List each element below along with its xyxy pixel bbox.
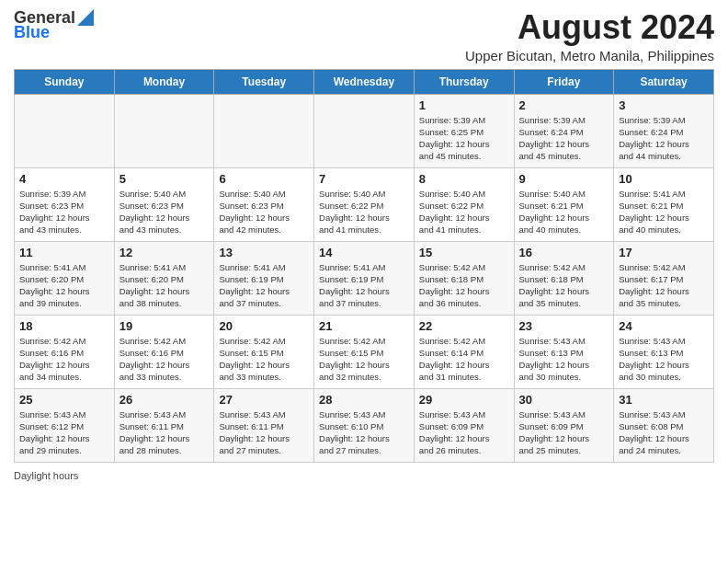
day-cell: 9Sunrise: 5:40 AM Sunset: 6:21 PM Daylig…	[514, 167, 614, 241]
svg-marker-0	[77, 9, 94, 26]
day-cell: 11Sunrise: 5:41 AM Sunset: 6:20 PM Dayli…	[15, 241, 115, 315]
day-number: 10	[619, 172, 709, 186]
week-row-4: 18Sunrise: 5:42 AM Sunset: 6:16 PM Dayli…	[15, 315, 714, 388]
day-number: 31	[619, 393, 709, 407]
day-info: Sunrise: 5:41 AM Sunset: 6:21 PM Dayligh…	[619, 188, 709, 236]
day-cell: 4Sunrise: 5:39 AM Sunset: 6:23 PM Daylig…	[15, 167, 115, 241]
day-cell	[314, 94, 415, 167]
day-info: Sunrise: 5:42 AM Sunset: 6:14 PM Dayligh…	[419, 335, 509, 384]
week-row-1: 1Sunrise: 5:39 AM Sunset: 6:25 PM Daylig…	[15, 94, 714, 167]
day-number: 4	[19, 172, 109, 186]
day-cell: 3Sunrise: 5:39 AM Sunset: 6:24 PM Daylig…	[614, 94, 714, 167]
day-cell: 14Sunrise: 5:41 AM Sunset: 6:19 PM Dayli…	[314, 241, 415, 315]
day-cell: 29Sunrise: 5:43 AM Sunset: 6:09 PM Dayli…	[414, 388, 514, 462]
day-cell: 16Sunrise: 5:42 AM Sunset: 6:18 PM Dayli…	[514, 241, 614, 315]
day-cell: 1Sunrise: 5:39 AM Sunset: 6:25 PM Daylig…	[414, 94, 514, 167]
col-header-thursday: Thursday	[414, 69, 514, 94]
day-number: 18	[19, 319, 109, 333]
day-cell: 17Sunrise: 5:42 AM Sunset: 6:17 PM Dayli…	[614, 241, 714, 315]
day-number: 3	[619, 98, 709, 112]
day-cell: 19Sunrise: 5:42 AM Sunset: 6:16 PM Dayli…	[114, 315, 214, 388]
day-cell: 15Sunrise: 5:42 AM Sunset: 6:18 PM Dayli…	[414, 241, 514, 315]
day-cell: 20Sunrise: 5:42 AM Sunset: 6:15 PM Dayli…	[214, 315, 314, 388]
day-info: Sunrise: 5:40 AM Sunset: 6:22 PM Dayligh…	[319, 188, 409, 236]
day-cell: 28Sunrise: 5:43 AM Sunset: 6:10 PM Dayli…	[314, 388, 415, 462]
day-number: 1	[419, 98, 509, 112]
day-number: 28	[319, 393, 409, 407]
daylight-hours-label: Daylight hours	[14, 470, 78, 481]
day-info: Sunrise: 5:41 AM Sunset: 6:19 PM Dayligh…	[319, 261, 409, 310]
header: General Blue August 2024 Upper Bicutan, …	[14, 9, 714, 63]
day-info: Sunrise: 5:42 AM Sunset: 6:15 PM Dayligh…	[219, 335, 309, 384]
day-number: 22	[419, 319, 509, 333]
day-cell: 18Sunrise: 5:42 AM Sunset: 6:16 PM Dayli…	[15, 315, 115, 388]
day-info: Sunrise: 5:42 AM Sunset: 6:18 PM Dayligh…	[519, 261, 609, 310]
day-number: 30	[519, 393, 609, 407]
day-info: Sunrise: 5:43 AM Sunset: 6:10 PM Dayligh…	[319, 408, 409, 457]
day-cell: 13Sunrise: 5:41 AM Sunset: 6:19 PM Dayli…	[214, 241, 314, 315]
day-number: 15	[419, 246, 509, 259]
day-cell	[114, 94, 214, 167]
day-cell: 10Sunrise: 5:41 AM Sunset: 6:21 PM Dayli…	[614, 167, 714, 241]
day-info: Sunrise: 5:39 AM Sunset: 6:24 PM Dayligh…	[519, 114, 609, 163]
day-number: 27	[219, 393, 309, 407]
week-row-3: 11Sunrise: 5:41 AM Sunset: 6:20 PM Dayli…	[15, 241, 714, 315]
day-cell: 21Sunrise: 5:42 AM Sunset: 6:15 PM Dayli…	[314, 315, 415, 388]
col-header-wednesday: Wednesday	[314, 69, 415, 94]
calendar-table: SundayMondayTuesdayWednesdayThursdayFrid…	[14, 69, 714, 463]
day-number: 8	[419, 172, 509, 186]
col-header-saturday: Saturday	[614, 69, 714, 94]
day-cell: 5Sunrise: 5:40 AM Sunset: 6:23 PM Daylig…	[114, 167, 214, 241]
col-header-tuesday: Tuesday	[214, 69, 314, 94]
day-number: 6	[219, 172, 309, 186]
day-number: 19	[119, 319, 210, 333]
day-info: Sunrise: 5:43 AM Sunset: 6:08 PM Dayligh…	[619, 408, 709, 457]
day-number: 14	[319, 246, 409, 259]
day-number: 21	[319, 319, 409, 333]
week-row-5: 25Sunrise: 5:43 AM Sunset: 6:12 PM Dayli…	[15, 388, 714, 462]
day-number: 9	[519, 172, 609, 186]
logo-triangle-icon	[77, 9, 94, 26]
day-number: 24	[619, 319, 709, 333]
day-cell: 27Sunrise: 5:43 AM Sunset: 6:11 PM Dayli…	[214, 388, 314, 462]
day-info: Sunrise: 5:40 AM Sunset: 6:23 PM Dayligh…	[219, 188, 309, 236]
day-info: Sunrise: 5:39 AM Sunset: 6:25 PM Dayligh…	[419, 114, 509, 163]
day-cell: 6Sunrise: 5:40 AM Sunset: 6:23 PM Daylig…	[214, 167, 314, 241]
day-info: Sunrise: 5:42 AM Sunset: 6:15 PM Dayligh…	[319, 335, 409, 384]
day-info: Sunrise: 5:42 AM Sunset: 6:17 PM Dayligh…	[619, 261, 709, 310]
day-number: 2	[519, 98, 609, 112]
day-number: 11	[19, 246, 109, 259]
day-number: 26	[119, 393, 210, 407]
day-cell: 31Sunrise: 5:43 AM Sunset: 6:08 PM Dayli…	[614, 388, 714, 462]
footer: Daylight hours	[14, 470, 714, 481]
day-info: Sunrise: 5:42 AM Sunset: 6:16 PM Dayligh…	[19, 335, 109, 384]
day-info: Sunrise: 5:43 AM Sunset: 6:11 PM Dayligh…	[219, 408, 309, 457]
day-info: Sunrise: 5:41 AM Sunset: 6:20 PM Dayligh…	[19, 261, 109, 310]
week-row-2: 4Sunrise: 5:39 AM Sunset: 6:23 PM Daylig…	[15, 167, 714, 241]
day-cell: 22Sunrise: 5:42 AM Sunset: 6:14 PM Dayli…	[414, 315, 514, 388]
col-header-friday: Friday	[514, 69, 614, 94]
col-header-sunday: Sunday	[15, 69, 115, 94]
page: General Blue August 2024 Upper Bicutan, …	[0, 0, 728, 563]
logo-blue-text: Blue	[14, 24, 50, 40]
day-number: 25	[19, 393, 109, 407]
day-number: 23	[519, 319, 609, 333]
day-info: Sunrise: 5:39 AM Sunset: 6:23 PM Dayligh…	[19, 188, 109, 236]
day-info: Sunrise: 5:42 AM Sunset: 6:18 PM Dayligh…	[419, 261, 509, 310]
day-number: 17	[619, 246, 709, 259]
day-cell: 23Sunrise: 5:43 AM Sunset: 6:13 PM Dayli…	[514, 315, 614, 388]
day-info: Sunrise: 5:43 AM Sunset: 6:09 PM Dayligh…	[419, 408, 509, 457]
day-info: Sunrise: 5:41 AM Sunset: 6:19 PM Dayligh…	[219, 261, 309, 310]
day-info: Sunrise: 5:43 AM Sunset: 6:11 PM Dayligh…	[119, 408, 210, 457]
day-number: 13	[219, 246, 309, 259]
day-cell	[214, 94, 314, 167]
day-number: 12	[119, 246, 210, 259]
day-cell: 2Sunrise: 5:39 AM Sunset: 6:24 PM Daylig…	[514, 94, 614, 167]
subtitle: Upper Bicutan, Metro Manila, Philippines	[465, 48, 714, 63]
day-cell	[15, 94, 115, 167]
day-info: Sunrise: 5:39 AM Sunset: 6:24 PM Dayligh…	[619, 114, 709, 163]
calendar-header-row: SundayMondayTuesdayWednesdayThursdayFrid…	[15, 69, 714, 94]
day-cell: 30Sunrise: 5:43 AM Sunset: 6:09 PM Dayli…	[514, 388, 614, 462]
day-info: Sunrise: 5:42 AM Sunset: 6:16 PM Dayligh…	[119, 335, 210, 384]
day-cell: 8Sunrise: 5:40 AM Sunset: 6:22 PM Daylig…	[414, 167, 514, 241]
